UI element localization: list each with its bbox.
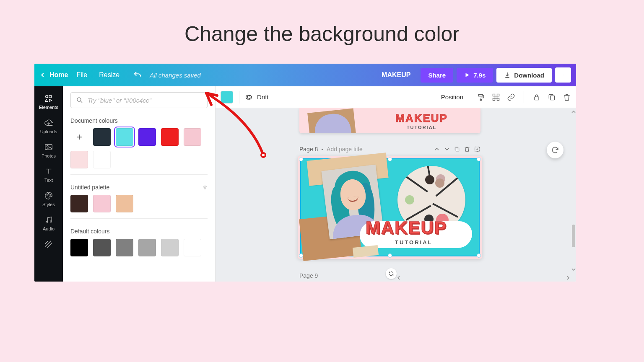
resize-handle[interactable] xyxy=(388,157,392,161)
resize-handle[interactable] xyxy=(299,157,303,161)
svg-point-12 xyxy=(77,98,81,101)
color-swatch[interactable] xyxy=(93,195,111,212)
color-swatch[interactable] xyxy=(93,151,111,168)
color-swatch[interactable] xyxy=(138,239,156,256)
chevron-left-icon xyxy=(39,72,46,78)
scroll-left-icon[interactable] xyxy=(397,276,401,280)
text-icon xyxy=(44,167,53,176)
rail-styles[interactable]: Styles xyxy=(34,188,63,212)
svg-point-11 xyxy=(50,221,52,222)
duplicate-icon[interactable] xyxy=(548,93,556,101)
canvas-viewport[interactable]: MAKEUP TUTORIAL Page 8 - Add page title xyxy=(216,108,571,282)
resize-handle[interactable] xyxy=(388,253,392,258)
page-number: Page 8 xyxy=(299,146,318,153)
rail-elements-label: Elements xyxy=(39,105,58,110)
lock-icon[interactable] xyxy=(532,93,541,101)
document-name[interactable]: MAKEUP xyxy=(382,71,410,79)
toolbar-icon-group xyxy=(477,91,571,103)
artwork-subhead: TUTORIAL xyxy=(395,239,432,246)
refresh-button[interactable] xyxy=(547,142,564,158)
context-bar: Drift Position xyxy=(216,86,576,108)
canvas-area: Drift Position xyxy=(216,86,576,282)
play-button[interactable]: 7.9s xyxy=(457,68,493,83)
previous-page-preview[interactable]: MAKEUP TUTORIAL xyxy=(299,108,480,133)
color-swatch[interactable] xyxy=(184,128,201,146)
undo-button[interactable] xyxy=(133,70,142,80)
share-button[interactable]: Share xyxy=(421,68,453,83)
next-page-label: Page 9 xyxy=(299,272,318,279)
color-swatch[interactable] xyxy=(93,128,111,146)
rail-audio[interactable]: Audio xyxy=(34,212,63,236)
scroll-up-icon[interactable] xyxy=(571,110,576,114)
animation-button[interactable]: Drift xyxy=(245,93,269,101)
artwork-subhead: TUTORIAL xyxy=(363,125,480,130)
rotate-handle[interactable] xyxy=(386,268,397,279)
rail-audio-label: Audio xyxy=(43,226,55,231)
color-swatch[interactable] xyxy=(161,239,179,256)
color-swatch[interactable] xyxy=(70,239,88,256)
play-duration: 7.9s xyxy=(473,72,486,79)
color-search-input[interactable] xyxy=(88,97,202,104)
color-swatch[interactable] xyxy=(70,151,88,168)
svg-rect-15 xyxy=(480,99,481,101)
color-swatch[interactable] xyxy=(161,128,179,146)
svg-point-7 xyxy=(47,194,47,195)
rail-uploads[interactable]: Uploads xyxy=(34,115,63,139)
share-label: Share xyxy=(428,72,446,79)
resize-handle[interactable] xyxy=(477,253,481,258)
palette-icon xyxy=(44,191,53,200)
rail-text-label: Text xyxy=(44,178,53,183)
doc-colors-row: + xyxy=(70,128,208,175)
color-swatch[interactable] xyxy=(138,128,156,146)
trash-icon[interactable] xyxy=(563,93,571,101)
artwork-tape xyxy=(353,245,379,258)
scroll-right-icon[interactable] xyxy=(566,276,570,280)
color-swatch[interactable] xyxy=(116,195,133,212)
palette-row xyxy=(70,195,208,219)
svg-point-10 xyxy=(46,222,48,223)
color-swatch[interactable] xyxy=(70,195,88,212)
scrollbar-thumb[interactable] xyxy=(572,225,575,247)
scroll-down-icon[interactable] xyxy=(571,267,576,272)
top-bar: Home File Resize All changes saved MAKEU… xyxy=(34,64,576,86)
vertical-scrollbar[interactable] xyxy=(571,108,576,282)
color-swatch[interactable] xyxy=(116,239,133,256)
svg-rect-19 xyxy=(493,98,495,100)
delete-page-icon[interactable] xyxy=(464,146,470,153)
rail-more[interactable] xyxy=(34,236,63,256)
shapes-icon xyxy=(44,94,53,103)
chevron-up-icon[interactable] xyxy=(434,146,440,153)
more-button[interactable] xyxy=(555,67,571,83)
svg-rect-21 xyxy=(535,97,539,100)
color-search[interactable] xyxy=(70,92,208,108)
rail-text[interactable]: Text xyxy=(34,163,63,188)
page-canvas[interactable]: MAKEUP TUTORIAL xyxy=(298,156,482,259)
color-swatch-selected[interactable] xyxy=(116,128,133,146)
page-title-placeholder[interactable]: Add page title xyxy=(327,146,363,153)
svg-rect-16 xyxy=(493,94,495,96)
home-button[interactable]: Home xyxy=(39,71,68,79)
resize-menu[interactable]: Resize xyxy=(99,71,119,79)
color-swatch[interactable] xyxy=(93,239,111,256)
copy-page-icon[interactable] xyxy=(454,146,460,153)
add-page-icon[interactable] xyxy=(474,146,480,153)
position-button[interactable]: Position xyxy=(441,93,463,101)
file-menu[interactable]: File xyxy=(76,71,87,79)
link-icon[interactable] xyxy=(507,93,515,101)
background-color-well[interactable] xyxy=(221,91,233,103)
color-swatch[interactable] xyxy=(184,239,201,256)
side-rail: Elements Uploads Photos Text Styles Audi… xyxy=(34,86,63,282)
page-background[interactable]: MAKEUP TUTORIAL xyxy=(301,159,479,256)
cloud-upload-icon xyxy=(44,118,53,127)
resize-handle[interactable] xyxy=(477,157,481,161)
transparency-icon[interactable] xyxy=(492,93,500,101)
save-status: All changes saved xyxy=(150,72,201,79)
chevron-down-icon[interactable] xyxy=(444,146,450,153)
rail-photos[interactable]: Photos xyxy=(34,139,63,163)
add-color-button[interactable]: + xyxy=(70,128,88,146)
paint-roller-icon[interactable] xyxy=(477,93,485,101)
image-icon xyxy=(44,142,53,152)
music-icon xyxy=(44,215,53,225)
download-button[interactable]: Download xyxy=(496,68,552,83)
rail-elements[interactable]: Elements xyxy=(34,90,63,115)
